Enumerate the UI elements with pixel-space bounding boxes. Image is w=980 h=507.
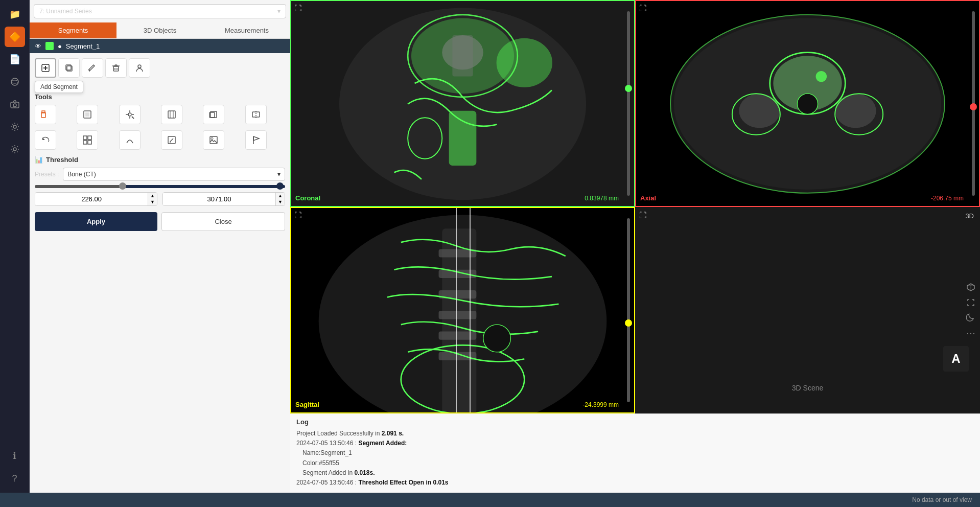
sidebar-btn-layers[interactable]: 🔶 — [5, 27, 25, 47]
trash-btn[interactable] — [105, 58, 127, 78]
apply-button[interactable]: Apply — [35, 212, 157, 231]
tools-grid-row1 — [35, 105, 285, 124]
threed-cube-icon[interactable] — [965, 281, 977, 293]
sidebar-btn-sphere[interactable] — [5, 72, 25, 92]
tool-magic-wand[interactable] — [119, 105, 141, 124]
sidebar-btn-help[interactable]: ? — [5, 468, 25, 489]
tab-measurements[interactable]: Measurements — [203, 22, 290, 38]
min-up-btn[interactable]: ▲ — [148, 193, 157, 199]
svg-point-48 — [497, 39, 552, 87]
sidebar-btn-info[interactable]: ℹ — [5, 446, 25, 466]
value-inputs: ▲ ▼ ▲ ▼ — [35, 192, 285, 206]
coronal-measure: 0.83978 mm — [585, 195, 619, 202]
toolbar-area: Add Segment Tools — [30, 53, 290, 493]
threed-expand2-icon[interactable] — [965, 296, 977, 309]
svg-rect-34 — [83, 136, 87, 140]
tab-3d-objects[interactable]: 3D Objects — [116, 22, 203, 38]
presets-select[interactable]: Bone (CT) ▾ — [63, 168, 285, 181]
coronal-slider-thumb[interactable] — [625, 85, 632, 92]
status-text: No data or out of view — [912, 496, 972, 503]
max-down-btn[interactable]: ▼ — [276, 199, 285, 206]
threed-dots-icon[interactable]: ⋯ — [965, 327, 977, 339]
coronal-slider-track — [627, 11, 630, 196]
axial-slider[interactable] — [970, 11, 977, 196]
range-track — [35, 185, 285, 188]
tool-threshold-brush[interactable] — [35, 105, 56, 124]
svg-point-4 — [13, 125, 16, 128]
close-button[interactable]: Close — [161, 212, 285, 231]
svg-rect-72 — [439, 311, 477, 319]
log-title: Log — [296, 418, 974, 426]
svg-point-64 — [797, 94, 818, 114]
viewport-sagittal: ⛶ Sagittal -24.3999 mm — [290, 207, 635, 414]
tools-title-text: Tools — [35, 93, 52, 101]
sidebar-btn-camera[interactable] — [5, 94, 25, 114]
tool-flip[interactable] — [245, 105, 267, 124]
tool-copy2[interactable] — [203, 105, 224, 124]
svg-rect-52 — [452, 35, 473, 77]
tool-fill-rect[interactable] — [77, 105, 98, 124]
axial-slider-thumb[interactable] — [970, 103, 977, 110]
svg-point-76 — [483, 325, 511, 352]
coronal-expand-icon[interactable]: ⛶ — [294, 4, 301, 12]
threshold-icon: 📊 — [35, 156, 43, 164]
min-down-btn[interactable]: ▼ — [148, 199, 157, 206]
tool-image[interactable] — [203, 130, 224, 150]
svg-point-15 — [138, 65, 141, 68]
main-content: ⛶ Coronal 0.83978 mm — [290, 0, 980, 493]
person-btn[interactable] — [129, 58, 150, 78]
segment-name: Segment_1 — [66, 42, 100, 50]
svg-line-25 — [132, 117, 134, 119]
tool-curve[interactable] — [119, 130, 141, 150]
tool-grid-split[interactable] — [77, 130, 98, 150]
segment-dot-icon: ● — [58, 42, 62, 50]
threed-expand-icon[interactable]: ⛶ — [639, 211, 646, 219]
max-value-input[interactable] — [163, 193, 275, 205]
presets-value: Bone (CT) — [67, 171, 96, 178]
a-overlay: A — [943, 346, 969, 372]
min-value-input[interactable] — [35, 193, 148, 205]
sagittal-measure: -24.3999 mm — [582, 401, 619, 408]
tool-undo-region[interactable] — [35, 130, 56, 150]
tool-scissors[interactable] — [161, 105, 182, 124]
svg-point-65 — [816, 71, 827, 82]
axial-expand-icon[interactable]: ⛶ — [639, 4, 646, 12]
range-thumb-right[interactable] — [276, 182, 284, 190]
threshold-section: 📊 Threshold Presets : Bone (CT) ▾ — [35, 156, 285, 231]
series-label: 7: Unnamed Series — [39, 8, 92, 15]
add-segment-btn[interactable] — [35, 58, 56, 78]
sidebar-btn-gear1[interactable] — [5, 117, 25, 137]
range-slider[interactable] — [35, 185, 285, 188]
presets-label: Presets : — [35, 171, 59, 178]
sidebar-btn-gear2[interactable] — [5, 139, 25, 159]
sagittal-slider-track — [627, 218, 630, 403]
copy-segment-btn[interactable] — [58, 58, 80, 78]
max-up-btn[interactable]: ▲ — [276, 193, 285, 199]
svg-rect-73 — [439, 331, 477, 339]
icon-sidebar: 📁 🔶 📄 ℹ ? — [0, 0, 30, 493]
status-bar: No data or out of view — [0, 493, 980, 507]
sagittal-expand-icon[interactable]: ⛶ — [294, 211, 301, 219]
viewport-axial: ⛶ Axial -206.75 mm — [635, 0, 980, 207]
axial-label: Axial — [640, 194, 656, 202]
tool-flag[interactable] — [245, 130, 267, 150]
tab-segments[interactable]: Segments — [30, 22, 116, 38]
eraser-btn[interactable] — [82, 58, 103, 78]
presets-row: Presets : Bone (CT) ▾ — [35, 168, 285, 181]
right-mini-icons: ⋯ — [965, 281, 977, 339]
svg-line-39 — [170, 139, 173, 142]
sagittal-slider-thumb[interactable] — [625, 319, 632, 327]
sidebar-btn-document[interactable]: 📄 — [5, 49, 25, 70]
tool-edit-pencil[interactable] — [161, 130, 182, 150]
sidebar-btn-folder[interactable]: 📁 — [5, 4, 25, 25]
threed-label: 3D — [965, 212, 974, 220]
range-thumb-left[interactable] — [119, 182, 126, 190]
sagittal-slider[interactable] — [625, 218, 632, 403]
threed-moon-icon[interactable] — [965, 312, 977, 324]
series-selector[interactable]: 7: Unnamed Series ▾ — [34, 4, 286, 18]
coronal-slider[interactable] — [625, 11, 632, 196]
svg-point-3 — [13, 104, 16, 107]
segment-row: 👁 ● Segment_1 — [30, 39, 290, 53]
svg-rect-70 — [439, 269, 477, 278]
log-entry-2b: Color:#55ff55 — [296, 458, 974, 468]
